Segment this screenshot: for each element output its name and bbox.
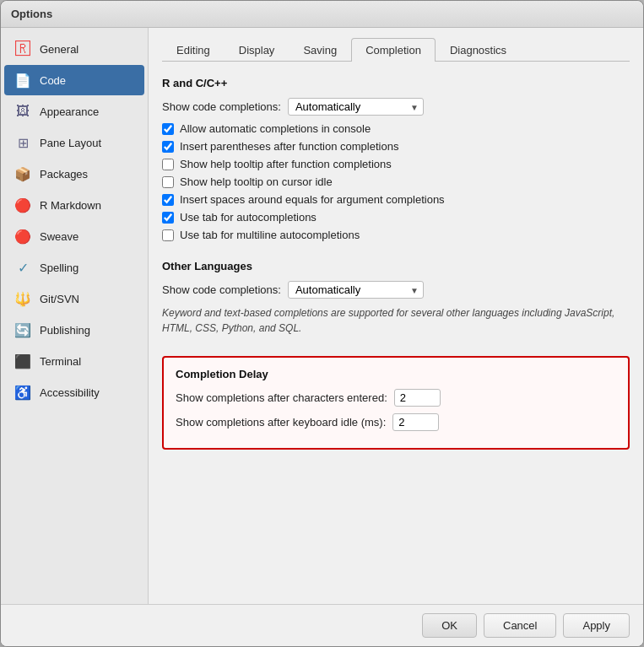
r-cpp-completions-select[interactable]: AutomaticallyWhen Triggered ($, ::)Manua… [288, 98, 424, 116]
other-lang-info-text: Keyword and text-based completions are s… [162, 305, 630, 336]
sidebar-label-packages: Packages [40, 168, 88, 181]
checkbox-label-show_help_tooltip_fn: Show help tooltip after function complet… [180, 158, 392, 170]
checkbox-use_tab_autocompletions[interactable] [162, 212, 174, 224]
checkbox-row-auto_complete_console: Allow automatic completions in console [162, 122, 630, 135]
sidebar-label-sweave: Sweave [40, 230, 78, 243]
r-markdown-icon: 🔴 [13, 195, 33, 215]
other-lang-completions-select[interactable]: AutomaticallyWhen Triggered ($, ::)Manua… [288, 281, 424, 299]
checkbox-auto_complete_console[interactable] [162, 123, 174, 135]
tab-display[interactable]: Display [225, 38, 290, 62]
sidebar: 🅁General📄Code🖼Appearance⊞Pane Layout📦Pac… [1, 28, 149, 604]
tab-completion[interactable]: Completion [351, 38, 436, 62]
apply-button[interactable]: Apply [563, 613, 630, 638]
checkbox-row-insert_parens: Insert parentheses after function comple… [162, 140, 630, 153]
chars-entered-row: Show completions after characters entere… [176, 389, 616, 407]
other-lang-completions-select-wrapper: AutomaticallyWhen Triggered ($, ::)Manua… [288, 281, 424, 299]
sidebar-item-packages[interactable]: 📦Packages [4, 159, 144, 189]
sidebar-label-spelling: Spelling [40, 261, 78, 274]
title-bar: Options [1, 1, 643, 28]
ok-button[interactable]: OK [422, 613, 477, 638]
publishing-icon: 🔄 [13, 320, 33, 340]
checkbox-label-insert_spaces_equals: Insert spaces around equals for argument… [180, 193, 445, 206]
checkbox-label-auto_complete_console: Allow automatic completions in console [180, 122, 371, 135]
sidebar-item-general[interactable]: 🅁General [4, 34, 144, 64]
r-cpp-completions-label: Show code completions: [162, 100, 281, 113]
sidebar-label-git-svn: Git/SVN [40, 293, 79, 305]
checkbox-label-insert_parens: Insert parentheses after function comple… [180, 140, 398, 153]
checkbox-insert_parens[interactable] [162, 141, 174, 153]
sidebar-label-terminal: Terminal [40, 355, 81, 368]
general-icon: 🅁 [13, 39, 33, 59]
checkbox-row-insert_spaces_equals: Insert spaces around equals for argument… [162, 193, 630, 206]
checkbox-label-use_tab_autocompletions: Use tab for autocompletions [180, 211, 317, 224]
checkbox-row-use_tab_autocompletions: Use tab for autocompletions [162, 211, 630, 224]
sidebar-item-publishing[interactable]: 🔄Publishing [4, 315, 144, 345]
sweave-icon: 🔴 [13, 226, 33, 246]
tab-diagnostics[interactable]: Diagnostics [436, 38, 521, 62]
content-area: 🅁General📄Code🖼Appearance⊞Pane Layout📦Pac… [1, 28, 643, 604]
tabs-container: EditingDisplaySavingCompletionDiagnostic… [162, 38, 630, 62]
completion-delay-title: Completion Delay [176, 368, 616, 380]
sidebar-label-r-markdown: R Markdown [40, 199, 101, 212]
sidebar-label-appearance: Appearance [40, 105, 99, 118]
sidebar-label-code: Code [40, 74, 66, 87]
accessibility-icon: ♿ [13, 382, 33, 402]
sidebar-item-terminal[interactable]: ⬛Terminal [4, 346, 144, 376]
completion-delay-box: Completion Delay Show completions after … [162, 356, 630, 450]
main-panel: EditingDisplaySavingCompletionDiagnostic… [149, 28, 643, 604]
sidebar-item-r-markdown[interactable]: 🔴R Markdown [4, 190, 144, 220]
other-lang-completions-row: Show code completions: AutomaticallyWhen… [162, 281, 630, 299]
checkbox-label-use_tab_multiline: Use tab for multiline autocompletions [180, 229, 360, 241]
options-window: Options 🅁General📄Code🖼Appearance⊞Pane La… [0, 0, 644, 647]
tab-editing[interactable]: Editing [162, 38, 225, 62]
sidebar-item-accessibility[interactable]: ♿Accessibility [4, 377, 144, 407]
checkbox-row-show_help_tooltip_fn: Show help tooltip after function complet… [162, 158, 630, 170]
other-languages-section-title: Other Languages [162, 260, 630, 272]
sidebar-label-publishing: Publishing [40, 324, 90, 337]
checkbox-label-show_help_tooltip_cursor: Show help tooltip on cursor idle [180, 175, 333, 188]
window-title: Options [11, 8, 52, 20]
sidebar-item-appearance[interactable]: 🖼Appearance [4, 96, 144, 127]
keyboard-idle-label: Show completions after keyboard idle (ms… [176, 416, 386, 429]
checkbox-insert_spaces_equals[interactable] [162, 194, 174, 206]
checkbox-show_help_tooltip_fn[interactable] [162, 159, 174, 170]
sidebar-label-general: General [40, 43, 78, 56]
sidebar-label-accessibility: Accessibility [40, 386, 100, 399]
chars-entered-label: Show completions after characters entere… [176, 391, 387, 404]
sidebar-item-sweave[interactable]: 🔴Sweave [4, 221, 144, 251]
sidebar-label-pane-layout: Pane Layout [40, 137, 101, 149]
sidebar-item-pane-layout[interactable]: ⊞Pane Layout [4, 127, 144, 158]
checkbox-use_tab_multiline[interactable] [162, 229, 174, 241]
keyboard-idle-input[interactable] [392, 413, 439, 431]
other-lang-completions-label: Show code completions: [162, 283, 281, 296]
r-cpp-section-title: R and C/C++ [162, 77, 630, 89]
checkbox-row-use_tab_multiline: Use tab for multiline autocompletions [162, 229, 630, 241]
sidebar-item-spelling[interactable]: ✓Spelling [4, 252, 144, 283]
keyboard-idle-row: Show completions after keyboard idle (ms… [176, 413, 616, 431]
footer: OK Cancel Apply [1, 604, 643, 646]
checkbox-show_help_tooltip_cursor[interactable] [162, 176, 174, 188]
terminal-icon: ⬛ [13, 351, 33, 371]
cancel-button[interactable]: Cancel [484, 613, 556, 638]
pane-layout-icon: ⊞ [13, 132, 33, 153]
r-cpp-checkboxes: Allow automatic completions in consoleIn… [162, 122, 630, 246]
chars-entered-input[interactable] [394, 389, 441, 407]
r-cpp-completions-select-wrapper: AutomaticallyWhen Triggered ($, ::)Manua… [288, 98, 424, 116]
r-cpp-completions-row: Show code completions: AutomaticallyWhen… [162, 98, 630, 116]
appearance-icon: 🖼 [13, 101, 33, 121]
other-lang-divider: Other Languages Show code completions: A… [162, 256, 630, 344]
checkbox-row-show_help_tooltip_cursor: Show help tooltip on cursor idle [162, 175, 630, 188]
code-icon: 📄 [13, 70, 33, 90]
packages-icon: 📦 [13, 164, 33, 184]
sidebar-item-git-svn[interactable]: 🔱Git/SVN [4, 283, 144, 314]
sidebar-item-code[interactable]: 📄Code [4, 65, 144, 95]
git-svn-icon: 🔱 [13, 288, 33, 309]
spelling-icon: ✓ [13, 257, 33, 278]
tab-saving[interactable]: Saving [289, 38, 351, 62]
